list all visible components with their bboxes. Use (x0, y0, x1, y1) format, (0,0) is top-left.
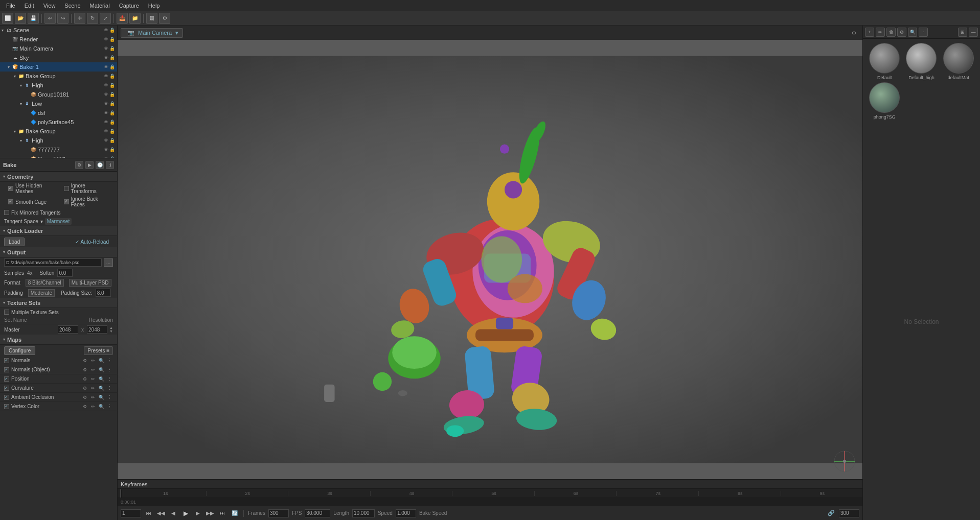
visibility-icon-scene[interactable]: 👁 (104, 28, 108, 33)
menu-view[interactable]: View (39, 2, 60, 10)
menu-capture[interactable]: Capture (115, 2, 143, 10)
tree-item-dsf[interactable]: 🔷 dsf 👁 🔒 (0, 108, 117, 117)
tree-item-baker1[interactable]: ▾ 🍞 Baker 1 👁 🔒 (0, 62, 117, 72)
position-edit-icon[interactable]: ✏ (89, 375, 97, 383)
ignore-backfaces-check[interactable]: ✓ Ignore Back Faces (60, 196, 113, 208)
toolbar-folder[interactable]: 📁 (129, 13, 141, 24)
length-input[interactable] (352, 509, 375, 517)
lock-icon-group10181[interactable]: 🔒 (109, 92, 115, 97)
playback-next-btn[interactable]: ▶▶ (206, 509, 215, 518)
auto-reload-label[interactable]: ✓ Auto-Reload (75, 239, 109, 245)
tree-item-sky[interactable]: ☁ Sky 👁 🔒 (0, 53, 117, 62)
visibility-icon-bakegroup2[interactable]: 👁 (104, 129, 108, 134)
ao-more-icon[interactable]: ⋮ (106, 394, 113, 401)
viewport-canvas[interactable] (118, 40, 862, 479)
toolbar-rotate[interactable]: ↻ (87, 13, 98, 24)
normals-object-settings-icon[interactable]: ⚙ (81, 366, 88, 373)
right-tb-settings-icon[interactable]: ⚙ (897, 28, 906, 37)
tree-item-main-camera[interactable]: 📷 Main Camera 👁 🔒 (0, 44, 117, 53)
visibility-icon-dsf[interactable]: 👁 (104, 110, 108, 115)
normals-object-edit-icon[interactable]: ✏ (89, 366, 97, 373)
playback-step-fwd-btn[interactable]: ▶ (193, 509, 202, 518)
bake-clock-btn[interactable]: 🕐 (96, 161, 104, 169)
use-hidden-meshes-checkbox[interactable]: ✓ (8, 186, 13, 191)
tree-item-render[interactable]: 🎬 Render 👁 🔒 (0, 35, 117, 44)
configure-button[interactable]: Configure (4, 346, 35, 355)
fix-mirrored-row[interactable]: Fix Mirrored Tangents (0, 208, 117, 217)
tree-item-bakegroup1[interactable]: ▾ 📁 Bake Group 👁 🔒 (0, 72, 117, 81)
tree-item-low1[interactable]: ▾ ⬇ Low 👁 🔒 (0, 99, 117, 108)
playback-link-icon[interactable]: 🔗 (827, 509, 836, 518)
lock-icon-7777777[interactable]: 🔒 (109, 147, 115, 152)
tree-item-group10181[interactable]: 📦 Group10181 👁 🔒 (0, 90, 117, 99)
playback-loop-btn[interactable]: 🔄 (230, 509, 239, 518)
lock-icon-scene[interactable]: 🔒 (109, 28, 115, 33)
position-checkbox[interactable] (4, 376, 9, 382)
vertex-color-edit-icon[interactable]: ✏ (89, 403, 97, 410)
tree-item-bakegroup2[interactable]: ▾ 📁 Bake Group 👁 🔒 (0, 127, 117, 136)
tree-item-high2[interactable]: ▾ ⬆ High 👁 🔒 (0, 136, 117, 145)
position-search-icon[interactable]: 🔍 (98, 375, 105, 383)
curvature-edit-icon[interactable]: ✏ (89, 385, 97, 392)
curvature-settings-icon[interactable]: ⚙ (81, 385, 88, 392)
quick-loader-section-header[interactable]: ▾ Quick Loader (0, 226, 117, 236)
toolbar-save[interactable]: 💾 (28, 13, 39, 24)
right-tb-add-icon[interactable]: + (865, 28, 874, 37)
resolution-spinner[interactable]: ▲ ▼ (109, 326, 113, 333)
viewport-settings-icon[interactable]: ⚙ (848, 27, 859, 38)
tree-item-high1[interactable]: ▾ ⬆ High 👁 🔒 (0, 81, 117, 90)
padding-type-select[interactable]: Moderate (28, 289, 55, 297)
frames-input[interactable] (268, 509, 289, 517)
format-type-select[interactable]: Multi-Layer PSD (69, 279, 111, 287)
right-tb-filter-icon[interactable]: ⋯ (919, 28, 928, 37)
vertex-color-settings-icon[interactable]: ⚙ (81, 403, 88, 410)
lock-icon-sky[interactable]: 🔒 (109, 55, 115, 60)
visibility-icon-7777777[interactable]: 👁 (104, 147, 108, 152)
soften-input[interactable] (57, 269, 73, 277)
visibility-icon-baker1[interactable]: 👁 (104, 64, 108, 69)
playback-step-back-btn[interactable]: ◀ (169, 509, 178, 518)
visibility-icon-group10181[interactable]: 👁 (104, 92, 108, 97)
lock-icon-bakegroup2[interactable]: 🔒 (109, 129, 115, 134)
texture-sets-section-header[interactable]: ▾ Texture Sets (0, 298, 117, 308)
format-bits-select[interactable]: 8 Bits/Channel (26, 279, 64, 287)
curvature-search-icon[interactable]: 🔍 (98, 385, 105, 392)
bake-info-btn[interactable]: ℹ (106, 161, 114, 169)
tree-item-7777777[interactable]: 📦 7777777 👁 🔒 (0, 145, 117, 154)
lock-icon-low1[interactable]: 🔒 (109, 101, 115, 106)
geometry-section-header[interactable]: ▾ Geometry (0, 172, 117, 182)
visibility-icon-sky[interactable]: 👁 (104, 55, 108, 60)
output-path-input[interactable] (4, 258, 102, 267)
visibility-icon-low1[interactable]: 👁 (104, 101, 108, 106)
normals-object-search-icon[interactable]: 🔍 (98, 366, 105, 373)
lock-icon-dsf[interactable]: 🔒 (109, 110, 115, 115)
viewport-gizmo[interactable] (832, 448, 857, 474)
lock-icon-high2[interactable]: 🔒 (109, 138, 115, 143)
toolbar-render[interactable]: 🖼 (146, 13, 157, 24)
tree-item-polysurface45[interactable]: 🔷 polySurface45 👁 🔒 (0, 117, 117, 127)
padding-size-input[interactable] (96, 289, 111, 297)
toolbar-new[interactable]: ⬜ (2, 13, 13, 24)
load-button[interactable]: Load (4, 238, 25, 246)
bake-settings-btn[interactable]: ⚙ (75, 161, 83, 169)
right-tb-minimize-icon[interactable]: — (969, 28, 978, 37)
camera-selector[interactable]: 📷 Main Camera ▾ (121, 28, 183, 38)
resolution-h-input[interactable] (87, 325, 107, 334)
ignore-backfaces-checkbox[interactable]: ✓ (64, 199, 69, 204)
menu-scene[interactable]: Scene (60, 2, 84, 10)
current-frame-input[interactable] (121, 509, 141, 517)
normals-settings-icon[interactable]: ⚙ (81, 357, 88, 364)
visibility-icon-bakegroup1[interactable]: 👁 (104, 74, 108, 79)
normals-search-icon[interactable]: 🔍 (98, 357, 105, 364)
lock-icon-baker1[interactable]: 🔒 (109, 64, 115, 69)
right-tb-search-icon[interactable]: 🔍 (908, 28, 917, 37)
normals-object-more-icon[interactable]: ⋮ (106, 366, 113, 373)
speed-input[interactable] (396, 509, 416, 517)
multiple-texture-sets-checkbox[interactable] (4, 310, 9, 315)
vertex-color-checkbox[interactable] (4, 404, 9, 409)
menu-help[interactable]: Help (144, 2, 164, 10)
visibility-icon-high2[interactable]: 👁 (104, 138, 108, 143)
ignore-transforms-checkbox[interactable] (64, 186, 69, 191)
ao-search-icon[interactable]: 🔍 (98, 394, 105, 401)
normals-object-checkbox[interactable] (4, 367, 9, 372)
